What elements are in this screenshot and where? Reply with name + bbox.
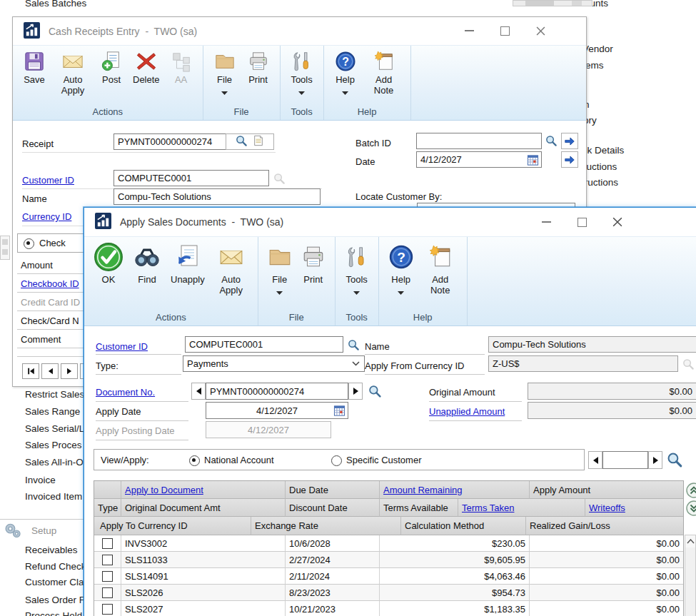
post-button[interactable]: Post [99, 49, 123, 86]
vcr-first-icon[interactable] [22, 363, 39, 379]
minimize-icon[interactable] [463, 24, 475, 37]
cell-document[interactable]: INVS3002 [125, 538, 167, 549]
unapplied-amount-link[interactable]: Unapplied Amount [429, 406, 505, 417]
add-note-button[interactable]: Add Note [423, 241, 458, 296]
cell-document[interactable]: SLS2026 [125, 587, 163, 598]
bg-nav-item[interactable]: Restrict Sales [25, 389, 84, 400]
bg-nav-item[interactable]: Sales Range [25, 406, 80, 417]
col-terms-taken[interactable]: Terms Taken [462, 503, 514, 513]
bg-nav-item[interactable]: Receivables [25, 545, 78, 555]
document-no-field[interactable]: PYMNT000000000274 [206, 383, 348, 400]
file-button[interactable]: File [268, 241, 292, 297]
type-dropdown[interactable]: Payments [183, 355, 365, 372]
expand-rows-button[interactable] [686, 483, 696, 498]
maximize-icon[interactable] [498, 24, 511, 37]
bg-nav-item[interactable]: Vendor [582, 44, 613, 54]
row-checkbox[interactable] [102, 587, 113, 598]
cell-document[interactable]: SLS2027 [125, 604, 163, 615]
table-row[interactable]: SLS11033 2/27/2024 $9,605.95 $0.00 [94, 552, 683, 568]
customer-id-field[interactable]: COMPUTEC0001 [185, 336, 343, 353]
customer-id-link[interactable]: Customer ID [22, 175, 74, 186]
view-customer-field[interactable] [602, 451, 648, 469]
find-button[interactable]: Find [133, 241, 161, 286]
bg-nav-item[interactable]: Sales Proces [25, 440, 82, 450]
bg-nav-item[interactable]: Sales Order F [25, 595, 85, 605]
table-row[interactable]: INVS3002 10/6/2028 $230.05 $0.00 [94, 535, 683, 552]
national-account-radio[interactable] [189, 455, 200, 466]
cash-titlebar[interactable]: Cash Receipts Entry - TWO (sa) [13, 17, 586, 45]
batch-lookup-button[interactable] [543, 133, 559, 148]
customer-next-button[interactable] [648, 451, 662, 469]
table-scrollbar[interactable] [685, 535, 696, 616]
check-radio[interactable] [24, 238, 34, 249]
chevron-down-icon[interactable] [351, 360, 360, 367]
col-amount-remaining[interactable]: Amount Remaining [383, 485, 463, 495]
row-checkbox[interactable] [102, 538, 113, 549]
bg-nav-item[interactable]: tructions [582, 177, 618, 188]
check-radio-label[interactable]: Check [39, 238, 66, 248]
auto-apply-button[interactable]: Auto Apply [214, 241, 248, 296]
calendar-icon[interactable] [333, 404, 346, 417]
cell-document[interactable]: SLS11033 [125, 555, 168, 565]
calendar-icon[interactable] [526, 153, 539, 166]
bg-nav-item[interactable]: Process Held [25, 610, 82, 616]
lookup-magnifier-icon[interactable] [236, 135, 248, 149]
add-note-button[interactable]: Add Note [367, 49, 401, 96]
date-goto-button[interactable] [561, 151, 578, 168]
receipt-field[interactable]: PYMNT000000000274 [114, 133, 226, 150]
document-lookup-button[interactable] [366, 384, 383, 399]
customer-id-field[interactable]: COMPUTEC0001 [114, 170, 269, 186]
delete-button[interactable]: Delete [133, 49, 160, 86]
bg-nav-item[interactable]: Refund Check [25, 561, 86, 572]
tools-button[interactable]: Tools [290, 49, 314, 97]
document-prev-button[interactable] [191, 383, 206, 400]
ok-button[interactable]: OK [94, 241, 123, 286]
file-button[interactable]: File [213, 49, 237, 97]
save-button[interactable]: Save [22, 49, 46, 86]
view-customer-lookup-button[interactable] [665, 450, 685, 470]
bg-nav-item[interactable]: Sales Serial/L [25, 423, 84, 434]
cell-document[interactable]: SLS14091 [125, 571, 168, 582]
table-row[interactable]: SLS14091 2/11/2024 $4,063.46 $0.00 [94, 568, 683, 585]
apply-date-field[interactable]: 4/12/2027 [206, 402, 348, 419]
apply-titlebar[interactable]: Apply Sales Documents - TWO (sa) [84, 208, 696, 236]
print-button[interactable]: Print [246, 49, 271, 86]
close-icon[interactable] [611, 216, 624, 228]
close-icon[interactable] [534, 24, 547, 37]
cell-apply-amount[interactable]: $0.00 [656, 604, 680, 615]
batch-id-field[interactable] [416, 133, 542, 149]
specific-customer-label[interactable]: Specific Customer [346, 455, 421, 465]
collapse-rows-button[interactable] [686, 500, 696, 516]
auto-apply-button[interactable]: Auto Apply [56, 49, 90, 96]
vcr-next-icon[interactable] [61, 363, 78, 379]
bg-nav-item[interactable]: Invoice [25, 475, 56, 485]
specific-customer-radio[interactable] [331, 455, 342, 466]
bg-nav-sales-batches[interactable]: Sales Batches [25, 0, 86, 9]
bg-nav-item[interactable]: nk Details [582, 145, 624, 156]
col-apply-to-document[interactable]: Apply to Document [125, 485, 203, 495]
attach-note-icon[interactable] [253, 135, 264, 148]
maximize-icon[interactable] [575, 216, 588, 228]
minimize-icon[interactable] [540, 216, 553, 228]
help-button[interactable]: ? Help [333, 49, 358, 97]
cell-apply-amount[interactable]: $0.00 [656, 538, 680, 549]
scroll-up-icon[interactable] [685, 535, 695, 547]
batch-goto-button[interactable] [561, 133, 578, 149]
table-row[interactable]: SLS2027 10/21/2023 $1,183.35 $0.00 [94, 601, 683, 616]
document-next-button[interactable] [348, 383, 363, 400]
national-account-label[interactable]: National Account [204, 455, 274, 465]
bg-scrollbar-thumb[interactable] [525, 1, 554, 6]
row-checkbox[interactable] [102, 555, 113, 565]
customer-prev-button[interactable] [588, 451, 602, 469]
cell-apply-amount[interactable]: $0.00 [656, 571, 680, 582]
customer-id-link[interactable]: Customer ID [96, 341, 148, 352]
bg-nav-item[interactable]: ructions [583, 161, 617, 172]
table-row[interactable]: SLS2026 8/23/2023 $954.73 $0.00 [94, 585, 683, 601]
cell-apply-amount[interactable]: $0.00 [656, 555, 680, 565]
bg-nav-item[interactable]: Customer Cla [25, 577, 84, 587]
help-button[interactable]: ? Help [388, 241, 414, 297]
row-checkbox[interactable] [102, 571, 113, 582]
vcr-prev-icon[interactable] [41, 363, 59, 379]
currency-id-link[interactable]: Currency ID [22, 211, 71, 222]
unapply-button[interactable]: Unapply [171, 241, 205, 286]
